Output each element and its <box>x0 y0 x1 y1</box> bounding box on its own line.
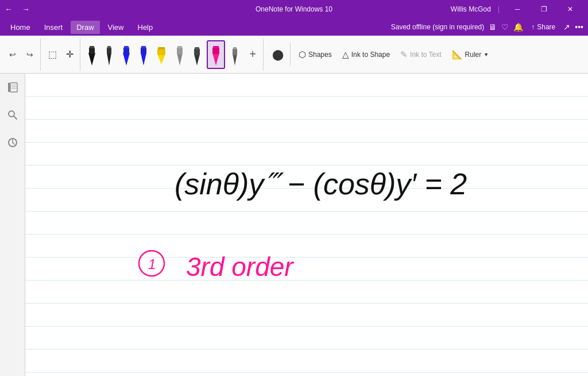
shapes-icon: ⬡ <box>299 49 306 60</box>
transform-button[interactable]: ✛ <box>61 40 78 69</box>
svg-marker-24 <box>233 54 237 66</box>
ink-to-text-button[interactable]: ✎ Ink to Text <box>396 44 446 65</box>
menu-help[interactable]: Help <box>132 21 159 34</box>
app-title: OneNote for Windows 10 <box>256 5 332 13</box>
ink-blob-button[interactable]: ⬤ <box>269 40 287 69</box>
save-status: Saved offline (sign in required) <box>391 23 485 31</box>
svg-marker-18 <box>194 54 200 66</box>
ink-to-shape-label: Ink to Shape <box>351 51 390 59</box>
ink-text-icon: ✎ <box>400 49 408 60</box>
search-icon[interactable]: ♡ <box>501 22 509 32</box>
menu-draw[interactable]: Draw <box>71 21 99 34</box>
svg-marker-21 <box>212 53 219 66</box>
pen-black-2[interactable] <box>102 40 116 69</box>
close-button[interactable]: ✕ <box>557 0 583 18</box>
ink-tools-group: ⬤ ⬡ Shapes △ Ink to Shape ✎ Ink to Text … <box>269 40 493 69</box>
svg-text:3rd order: 3rd order <box>186 252 294 282</box>
lasso-select-button[interactable]: ⬚ <box>44 40 60 69</box>
more-icon[interactable]: ••• <box>575 22 583 32</box>
back-btn[interactable]: ← <box>5 5 13 14</box>
svg-line-33 <box>14 116 17 119</box>
ruler-button[interactable]: 📐 Ruler ▼ <box>447 44 494 65</box>
svg-rect-5 <box>107 46 111 48</box>
share-button[interactable]: ↑ Share <box>528 21 559 33</box>
svg-rect-8 <box>124 46 129 48</box>
ink-canvas: (sinθ)y‴ − (cosθ)y′ = 2 1 3rd order <box>25 74 588 376</box>
pen-tools-group: ▼ + <box>82 39 264 71</box>
add-pen-button[interactable]: + <box>245 40 261 69</box>
bell-icon[interactable]: 🔔 <box>513 22 523 32</box>
sidebar-recent-icon[interactable] <box>3 133 22 152</box>
left-sidebar <box>0 74 25 376</box>
titlebar-nav: ← → <box>5 5 30 14</box>
selection-tools-group: ⬚ ✛ <box>42 39 80 71</box>
menubar-right: Saved offline (sign in required) 🖥 ♡ 🔔 ↑… <box>391 21 583 33</box>
titlebar: ← → OneNote for Windows 10 Willis McGod … <box>0 0 588 18</box>
svg-rect-23 <box>213 46 219 48</box>
svg-marker-6 <box>123 53 130 66</box>
pen-blue-1[interactable] <box>118 40 134 69</box>
undo-button[interactable]: ↩ <box>5 47 21 63</box>
notif-icon[interactable]: 🖥 <box>489 22 497 32</box>
svg-rect-20 <box>195 47 199 49</box>
ink-to-shape-button[interactable]: △ Ink to Shape <box>338 44 394 65</box>
lasso-icon: ⬚ <box>48 49 57 60</box>
menu-insert[interactable]: Insert <box>38 21 69 34</box>
lined-paper: (sinθ)y‴ − (cosθ)y′ = 2 1 3rd order <box>25 74 588 376</box>
svg-marker-9 <box>141 53 146 66</box>
svg-line-36 <box>13 143 14 144</box>
svg-marker-0 <box>88 53 95 66</box>
ink-shape-icon: △ <box>342 49 349 60</box>
transform-icon: ✛ <box>66 49 74 60</box>
svg-rect-27 <box>8 83 10 92</box>
svg-marker-12 <box>157 54 165 64</box>
share-label: Share <box>537 23 555 31</box>
ink-to-text-label: Ink to Text <box>410 51 441 59</box>
shapes-button[interactable]: ⬡ Shapes <box>294 44 336 65</box>
svg-marker-15 <box>177 53 183 66</box>
pen-gray[interactable] <box>172 40 187 69</box>
undo-redo-group: ↩ ↪ <box>2 39 41 71</box>
shapes-label: Shapes <box>308 51 332 59</box>
svg-marker-3 <box>107 53 111 66</box>
pen-pencil[interactable] <box>227 40 242 69</box>
ink-blob-icon: ⬤ <box>272 48 284 61</box>
menu-home[interactable]: Home <box>5 21 36 34</box>
forward-btn[interactable]: → <box>22 5 30 14</box>
main-content: (sinθ)y‴ − (cosθ)y′ = 2 1 3rd order <box>0 74 588 376</box>
user-name: Willis McGod <box>451 5 491 13</box>
titlebar-controls: Willis McGod | ─ ❐ ✕ <box>451 0 583 18</box>
menubar: Home Insert Draw View Help Saved offline… <box>0 18 588 36</box>
restore-button[interactable]: ❐ <box>531 0 557 18</box>
svg-rect-2 <box>90 46 94 48</box>
pen-dark[interactable] <box>189 40 204 69</box>
ruler-icon: 📐 <box>452 49 463 60</box>
redo-button[interactable]: ↪ <box>22 47 38 63</box>
minimize-button[interactable]: ─ <box>504 0 531 18</box>
svg-rect-14 <box>158 47 165 49</box>
sidebar-search-icon[interactable] <box>3 106 22 124</box>
add-icon: + <box>249 48 256 61</box>
pen-pink-active[interactable]: ▼ <box>207 40 225 69</box>
svg-rect-28 <box>10 83 17 92</box>
pen-black-1[interactable] <box>84 40 100 69</box>
menu-view[interactable]: View <box>102 21 130 34</box>
expand-icon[interactable]: ↗ <box>563 22 570 32</box>
divider: | <box>498 5 500 13</box>
pen-yellow-highlight[interactable] <box>153 40 170 69</box>
notebook-canvas[interactable]: (sinθ)y‴ − (cosθ)y′ = 2 1 3rd order <box>25 74 588 376</box>
pen-blue-2[interactable] <box>137 40 150 69</box>
share-icon: ↑ <box>531 23 535 31</box>
ruler-dropdown-icon: ▼ <box>483 52 489 57</box>
svg-text:1: 1 <box>148 256 156 272</box>
svg-rect-26 <box>233 47 237 49</box>
svg-rect-11 <box>141 46 146 48</box>
toolbar: ↩ ↪ ⬚ ✛ <box>0 36 588 74</box>
svg-text:(sinθ)y‴ − (cosθ)y′ = 2: (sinθ)y‴ − (cosθ)y′ = 2 <box>175 167 467 201</box>
sidebar-notebooks-icon[interactable] <box>3 78 22 97</box>
ruler-label: Ruler <box>465 51 482 59</box>
svg-rect-17 <box>177 46 182 48</box>
